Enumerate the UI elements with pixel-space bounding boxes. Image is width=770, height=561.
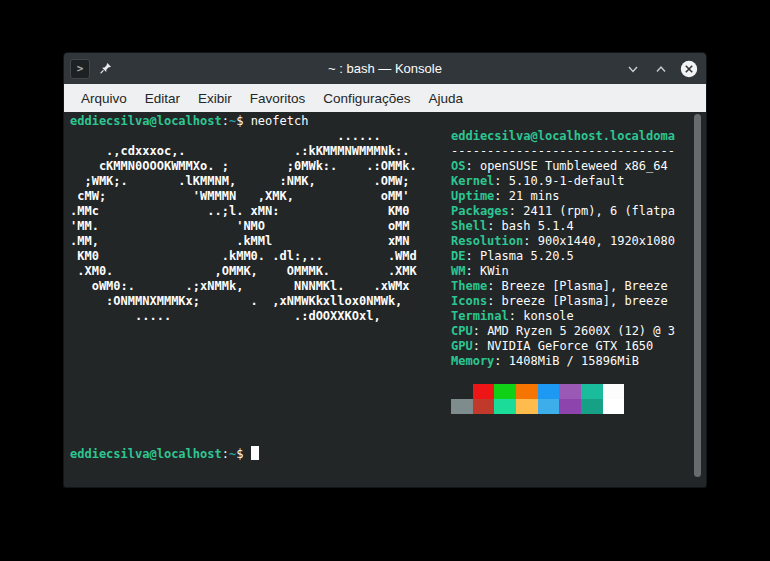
- menu-arquivo[interactable]: Arquivo: [72, 91, 136, 106]
- color-block: [451, 384, 473, 399]
- info-value: : NVIDIA GeForce GTX 1650: [473, 339, 654, 353]
- color-block: [581, 399, 603, 414]
- terminal-cursor: [251, 446, 259, 460]
- info-row: Kernel: 5.10.9-1-default: [451, 174, 675, 189]
- menu-configuracoes[interactable]: Configurações: [314, 91, 419, 106]
- color-block: [494, 384, 516, 399]
- info-value: : breeze [Plasma], breeze: [487, 294, 668, 308]
- menubar: Arquivo Editar Exibir Favoritos Configur…: [64, 84, 706, 112]
- info-label: OS: [451, 159, 465, 173]
- command-text: neofetch: [243, 114, 308, 128]
- prompt-colon: :: [222, 114, 229, 128]
- info-value: : 5.10.9-1-default: [494, 174, 624, 188]
- info-label: Resolution: [451, 234, 523, 248]
- window-title: ~ : bash — Konsole: [64, 53, 706, 84]
- info-row: WM: KWin: [451, 264, 675, 279]
- info-label: Terminal: [451, 309, 509, 323]
- menu-ajuda[interactable]: Ajuda: [419, 91, 472, 106]
- info-label: Icons: [451, 294, 487, 308]
- close-button[interactable]: [680, 60, 698, 78]
- info-row: GPU: NVIDIA GeForce GTX 1650: [451, 339, 675, 354]
- info-label: WM: [451, 264, 465, 278]
- color-block: [494, 399, 516, 414]
- konsole-window: > ~ : bash — Konsole: [64, 53, 706, 487]
- color-block: [559, 399, 581, 414]
- info-label: Shell: [451, 219, 487, 233]
- terminal-area[interactable]: eddiecsilva@localhost:~$ neofetch ......…: [64, 112, 706, 487]
- menu-editar[interactable]: Editar: [136, 91, 189, 106]
- info-row: Uptime: 21 mins: [451, 189, 675, 204]
- minimize-button[interactable]: [624, 60, 642, 78]
- color-block: [473, 399, 495, 414]
- info-value: : konsole: [509, 309, 574, 323]
- color-blocks-normal: [451, 384, 624, 399]
- color-block: [559, 384, 581, 399]
- info-value: : 1408MiB / 15896MiB: [494, 354, 639, 368]
- info-row: DE: Plasma 5.20.5: [451, 249, 675, 264]
- menu-favoritos[interactable]: Favoritos: [241, 91, 315, 106]
- info-label: Uptime: [451, 189, 494, 203]
- info-label: Theme: [451, 279, 487, 293]
- color-block: [538, 384, 560, 399]
- info-value: : Plasma 5.20.5: [465, 249, 573, 263]
- info-value: : 900x1440, 1920x1080: [523, 234, 675, 248]
- color-block: [603, 399, 625, 414]
- info-value: : 2411 (rpm), 6 (flatpa: [509, 204, 675, 218]
- info-row: CPU: AMD Ryzen 5 2600X (12) @ 3: [451, 324, 675, 339]
- info-title: eddiecsilva@localhost.localdoma: [451, 129, 675, 144]
- info-value: : AMD Ryzen 5 2600X (12) @ 3: [473, 324, 675, 338]
- info-row: Memory: 1408MiB / 15896MiB: [451, 354, 675, 369]
- color-block: [516, 384, 538, 399]
- color-block: [603, 384, 625, 399]
- info-separator: -------------------------------: [451, 144, 675, 159]
- titlebar[interactable]: > ~ : bash — Konsole: [64, 53, 706, 84]
- scrollbar[interactable]: [694, 114, 701, 477]
- menu-exibir[interactable]: Exibir: [189, 91, 241, 106]
- terminal-color-blocks: [451, 384, 624, 414]
- pin-icon[interactable]: [99, 62, 112, 75]
- info-value: : bash 5.1.4: [487, 219, 574, 233]
- info-label: DE: [451, 249, 465, 263]
- prompt-user-host: eddiecsilva@localhost: [70, 114, 222, 128]
- info-row: Terminal: konsole: [451, 309, 675, 324]
- info-label: Memory: [451, 354, 494, 368]
- info-label: Packages: [451, 204, 509, 218]
- prompt-colon: :: [222, 447, 229, 461]
- info-value: : Breeze [Plasma], Breeze: [487, 279, 668, 293]
- color-block: [581, 384, 603, 399]
- info-row: Theme: Breeze [Plasma], Breeze: [451, 279, 675, 294]
- maximize-button[interactable]: [652, 60, 670, 78]
- color-block: [451, 399, 473, 414]
- color-block: [538, 399, 560, 414]
- prompt-line: eddiecsilva@localhost:~$: [70, 444, 259, 459]
- info-row: Resolution: 900x1440, 1920x1080: [451, 234, 675, 249]
- prompt-line: eddiecsilva@localhost:~$ neofetch: [70, 114, 308, 129]
- info-label: Kernel: [451, 174, 494, 188]
- color-blocks-bright: [451, 399, 624, 414]
- prompt-user-host: eddiecsilva@localhost: [70, 447, 222, 461]
- info-value: : KWin: [465, 264, 508, 278]
- info-row: Shell: bash 5.1.4: [451, 219, 675, 234]
- info-label: CPU: [451, 324, 473, 338]
- info-label: GPU: [451, 339, 473, 353]
- ascii-art: ...... .,cdxxxoc,. .:kKMMMNWMMMNk:. cKMM…: [70, 129, 417, 324]
- neofetch-info: eddiecsilva@localhost.localdoma---------…: [451, 129, 675, 369]
- color-block: [516, 399, 538, 414]
- color-block: [473, 384, 495, 399]
- info-value: : 21 mins: [494, 189, 559, 203]
- info-row: OS: openSUSE Tumbleweed x86_64: [451, 159, 675, 174]
- info-row: Packages: 2411 (rpm), 6 (flatpa: [451, 204, 675, 219]
- info-value: : openSUSE Tumbleweed x86_64: [465, 159, 667, 173]
- info-row: Icons: breeze [Plasma], breeze: [451, 294, 675, 309]
- konsole-app-icon: >: [70, 59, 90, 79]
